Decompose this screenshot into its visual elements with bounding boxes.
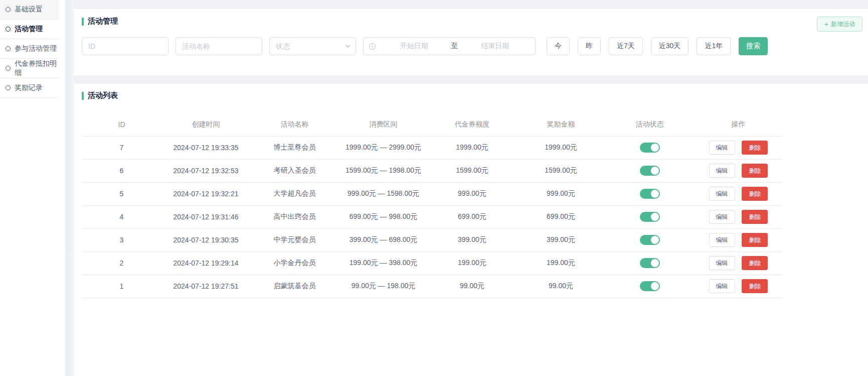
cell-reward-amount: 1999.00元 [516,136,605,159]
edit-button[interactable]: 编辑 [709,233,735,247]
status-toggle[interactable] [640,235,660,245]
status-filter-value[interactable] [269,37,356,55]
list-section-title: 活动列表 [82,91,118,100]
cell-voucher-amount: 1999.00元 [428,136,516,159]
plus-icon: + [824,21,828,28]
cell-voucher-amount: 199.00元 [428,252,516,275]
sidebar-item-reward-records[interactable]: 奖励记录 [0,78,59,98]
table-row: 2 2024-07-12 19:29:14 小学金丹会员 199.00元 — 3… [82,252,783,275]
delete-button[interactable]: 删除 [742,279,768,293]
edit-button[interactable]: 编辑 [709,279,735,293]
sidebar-item-participation-management[interactable]: 参与活动管理 [0,39,59,59]
cell-activity-name: 考研入圣会员 [250,159,339,182]
circle-icon [6,66,11,71]
add-activity-button[interactable]: + 新增活动 [817,17,862,32]
delete-button[interactable]: 删除 [742,187,768,201]
cell-created-time: 2024-07-12 19:31:46 [161,205,250,228]
activity-list-card: 活动列表 ID创建时间活动名称消费区间代金券额度奖励金额活动状态操作 7 202… [74,84,868,376]
status-toggle[interactable] [640,189,660,199]
search-button[interactable]: 搜索 [739,37,768,55]
sidebar-item-activity-management[interactable]: 活动管理 [0,20,59,39]
cell-consumption-range: 1999.00元 — 2999.00元 [339,136,428,159]
date-range-separator: 至 [449,42,460,51]
sidebar-item-basic-settings[interactable]: 基础设置 [0,0,59,20]
cell-activity-name: 中学元婴会员 [250,228,339,252]
cell-voucher-amount: 399.00元 [428,228,516,252]
activity-name-filter-input[interactable] [176,37,262,55]
quick-range-last1year[interactable]: 近1年 [697,37,731,55]
main-content: 活动管理 + 新增活动 开始日期 至 结束日期 [74,0,868,376]
filter-section-title-text: 活动管理 [88,17,118,26]
circle-icon [6,7,11,12]
section-marker [82,92,84,100]
table-row: 7 2024-07-12 19:33:35 博士至尊会员 1999.00元 — … [82,136,783,159]
delete-button[interactable]: 删除 [742,141,768,155]
cell-voucher-amount: 699.00元 [428,205,516,228]
cell-activity-name: 博士至尊会员 [250,136,339,159]
cell-consumption-range: 999.00元 — 1598.00元 [339,182,428,205]
filter-row: 开始日期 至 结束日期 今昨近7天近30天近1年 搜索 [82,37,768,55]
date-range-picker[interactable]: 开始日期 至 结束日期 [363,37,536,55]
cell-consumption-range: 99.00元 — 198.00元 [339,275,428,298]
cell-voucher-amount: 999.00元 [428,182,516,205]
clock-icon [369,43,376,50]
status-toggle[interactable] [640,281,660,291]
cell-reward-amount: 1599.00元 [516,159,605,182]
quick-range-last30days[interactable]: 近30天 [651,37,689,55]
column-header-4: 代金券额度 [428,113,516,136]
cell-consumption-range: 399.00元 — 698.00元 [339,228,428,252]
column-header-1: 创建时间 [161,113,250,136]
cell-id: 6 [82,159,161,182]
cell-created-time: 2024-07-12 19:32:21 [161,182,250,205]
status-toggle[interactable] [640,212,660,222]
quick-range-today[interactable]: 今 [547,37,570,55]
filter-section-title: 活动管理 [82,17,118,26]
cell-created-time: 2024-07-12 19:32:53 [161,159,250,182]
delete-button[interactable]: 删除 [742,210,768,224]
circle-icon [6,27,11,32]
delete-button[interactable]: 删除 [742,233,768,247]
sidebar-item-label: 参与活动管理 [15,44,57,53]
cell-id: 2 [82,252,161,275]
id-filter-input[interactable] [82,37,168,55]
edit-button[interactable]: 编辑 [709,164,735,178]
edit-button[interactable]: 编辑 [709,187,735,201]
sidebar-item-voucher-deduction-detail[interactable]: 代金券抵扣明细 [0,59,59,78]
cell-id: 1 [82,275,161,298]
edit-button[interactable]: 编辑 [709,210,735,224]
activity-table: ID创建时间活动名称消费区间代金券额度奖励金额活动状态操作 7 2024-07-… [82,113,783,298]
sidebar-item-label: 代金券抵扣明细 [15,59,59,77]
cell-activity-name: 小学金丹会员 [250,252,339,275]
table-row: 5 2024-07-12 19:32:21 大学超凡会员 999.00元 — 1… [82,182,783,205]
cell-voucher-amount: 99.00元 [428,275,516,298]
cell-consumption-range: 699.00元 — 998.00元 [339,205,428,228]
delete-button[interactable]: 删除 [742,164,768,178]
cell-reward-amount: 199.00元 [516,252,605,275]
activity-filter-card: 活动管理 + 新增活动 开始日期 至 结束日期 [74,9,868,75]
quick-range-last7days[interactable]: 近7天 [609,37,643,55]
status-toggle[interactable] [640,166,660,176]
cell-activity-name: 启蒙筑基会员 [250,275,339,298]
column-header-2: 活动名称 [250,113,339,136]
sidebar-content-divider [65,0,74,376]
edit-button[interactable]: 编辑 [709,141,735,155]
sidebar-menu: 基础设置 活动管理 参与活动管理 代金券抵扣明细 奖励记录 [0,0,65,376]
cell-created-time: 2024-07-12 19:29:14 [161,252,250,275]
column-header-3: 消费区间 [339,113,428,136]
table-row: 3 2024-07-12 19:30:35 中学元婴会员 399.00元 — 6… [82,228,783,252]
column-header-7: 操作 [694,113,783,136]
start-date-placeholder[interactable]: 开始日期 [379,42,449,51]
delete-button[interactable]: 删除 [742,256,768,270]
status-toggle[interactable] [640,258,660,268]
table-header-row: ID创建时间活动名称消费区间代金券额度奖励金额活动状态操作 [82,113,783,136]
cell-id: 3 [82,228,161,252]
cell-created-time: 2024-07-12 19:33:35 [161,136,250,159]
end-date-placeholder[interactable]: 结束日期 [460,42,531,51]
quick-range-yesterday[interactable]: 昨 [578,37,601,55]
cell-reward-amount: 399.00元 [516,228,605,252]
cell-created-time: 2024-07-12 19:27:51 [161,275,250,298]
status-toggle[interactable] [640,143,660,153]
circle-icon [6,85,11,90]
status-filter-select[interactable] [269,37,356,55]
edit-button[interactable]: 编辑 [709,256,735,270]
